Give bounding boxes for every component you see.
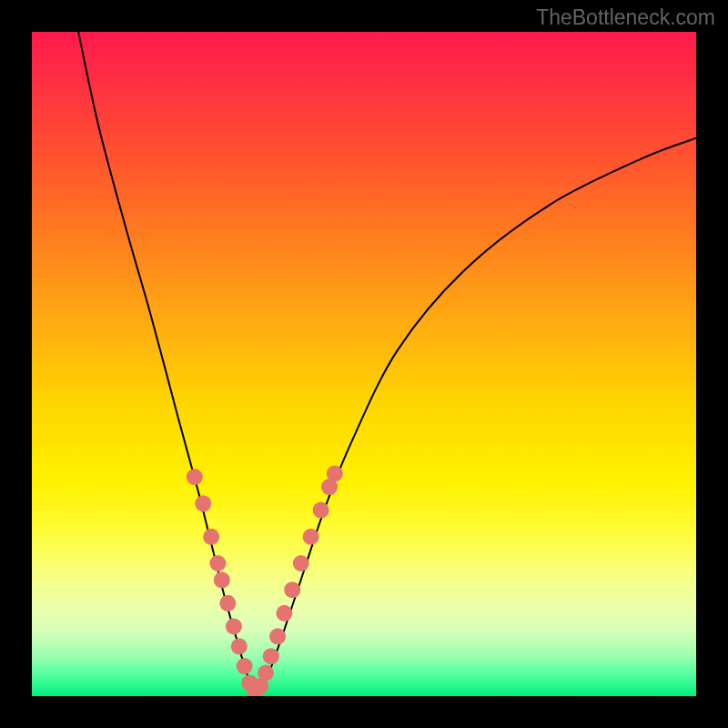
highlight-dot xyxy=(313,502,329,519)
highlight-dot xyxy=(263,648,279,664)
highlight-dot xyxy=(209,555,226,571)
highlight-dot xyxy=(195,495,211,511)
highlight-dot xyxy=(187,469,203,485)
highlight-dot xyxy=(203,529,219,545)
highlight-dot xyxy=(214,571,230,588)
highlight-dot xyxy=(258,665,274,682)
highlight-dot xyxy=(284,581,300,598)
highlight-dot xyxy=(276,605,292,622)
highlight-dot xyxy=(327,465,343,481)
bottleneck-curve xyxy=(78,32,696,693)
highlight-dot xyxy=(226,618,242,634)
highlight-dot xyxy=(219,595,236,612)
plot-area xyxy=(32,32,696,696)
highlight-dot xyxy=(303,529,319,545)
chart-svg xyxy=(32,32,696,696)
highlight-dot xyxy=(237,658,253,674)
highlight-dots-group xyxy=(187,465,343,696)
watermark-text: TheBottleneck.com xyxy=(536,5,715,30)
highlight-dot xyxy=(231,638,248,654)
highlight-dot xyxy=(269,628,286,644)
highlight-dot xyxy=(293,555,309,571)
